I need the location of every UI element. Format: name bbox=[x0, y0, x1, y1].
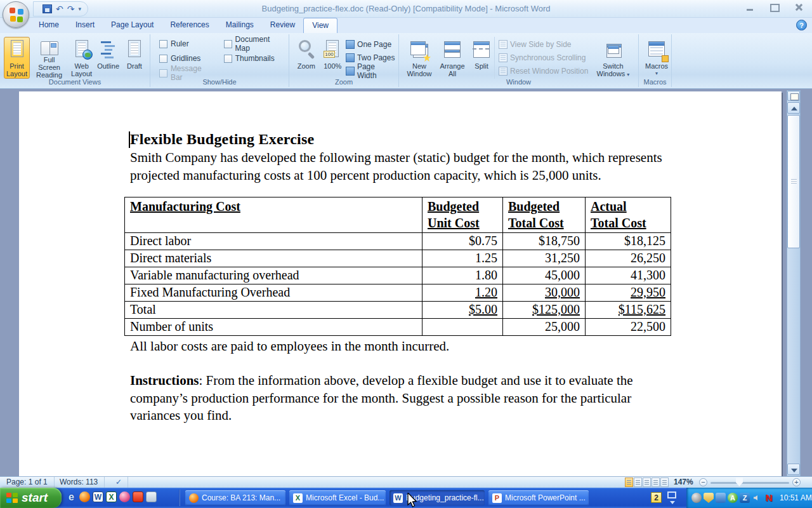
sync-scrolling-icon bbox=[499, 53, 508, 62]
undo-icon[interactable]: ↶ bbox=[56, 4, 63, 13]
excel-icon[interactable]: X bbox=[106, 491, 117, 502]
ruler-checkbox[interactable]: Ruler bbox=[159, 37, 215, 50]
table-row: Number of units 25,000 22,500 bbox=[125, 319, 671, 336]
group-label-macros: Macros bbox=[639, 78, 671, 86]
document-map-checkbox[interactable]: Document Map bbox=[224, 37, 286, 50]
clock[interactable]: 10:51 AM bbox=[780, 493, 812, 502]
document-area: Flexible Budgeting Exercise Smith Compan… bbox=[0, 89, 812, 476]
passwords-icon[interactable] bbox=[119, 491, 130, 502]
help-icon[interactable]: ? bbox=[796, 20, 807, 30]
scroll-down-icon[interactable] bbox=[787, 464, 800, 475]
arrange-all-button[interactable]: Arrange All bbox=[436, 37, 469, 79]
office-button[interactable] bbox=[3, 1, 29, 28]
restore-button[interactable] bbox=[768, 3, 782, 13]
tab-references[interactable]: References bbox=[162, 18, 217, 33]
redo-icon[interactable]: ↷ bbox=[67, 4, 75, 13]
tray-utility-icon[interactable] bbox=[716, 493, 726, 503]
zoom-button[interactable]: Zoom bbox=[293, 37, 320, 78]
quick-access-toolbar: ↶ ↷ ▾ bbox=[33, 1, 88, 17]
full-screen-reading-button[interactable]: Full Screen Reading bbox=[30, 37, 69, 79]
tray-novell-icon[interactable]: N bbox=[764, 493, 774, 503]
split-button[interactable]: Split bbox=[469, 37, 494, 79]
start-button[interactable]: start bbox=[0, 488, 62, 508]
proofing-icon[interactable]: ✓ bbox=[109, 477, 128, 488]
tray-update-icon[interactable] bbox=[691, 493, 702, 503]
task-powerpoint[interactable]: P Microsoft PowerPoint ... bbox=[488, 490, 589, 505]
minimize-button[interactable] bbox=[743, 3, 757, 13]
zoom-100-button[interactable]: 100 100% bbox=[320, 37, 346, 78]
reset-position-icon bbox=[499, 67, 508, 76]
page-width-button[interactable]: Page Width bbox=[346, 65, 396, 77]
task-word-budgeting-active[interactable]: W Budgeting_practice-fl... bbox=[390, 490, 485, 505]
split-icon bbox=[471, 39, 492, 60]
vertical-scrollbar[interactable] bbox=[787, 90, 801, 476]
office-logo-icon bbox=[10, 8, 23, 22]
taskbar-divider bbox=[179, 490, 180, 506]
tab-review[interactable]: Review bbox=[262, 18, 303, 33]
group-label-window: Window bbox=[399, 78, 638, 86]
tab-insert[interactable]: Insert bbox=[67, 18, 103, 33]
thumbnails-checkbox[interactable]: Thumbnails bbox=[224, 52, 286, 65]
messenger-icon[interactable] bbox=[146, 491, 157, 502]
dropdown-icon: ▾ bbox=[627, 72, 629, 77]
scroll-up-icon[interactable] bbox=[787, 102, 800, 114]
mouse-cursor bbox=[406, 493, 419, 508]
restore-window-icon[interactable] bbox=[667, 491, 676, 498]
new-window-button[interactable]: New Window bbox=[403, 37, 436, 79]
word-count[interactable]: Words: 113 bbox=[53, 477, 105, 488]
text-caret bbox=[129, 131, 130, 148]
ruler-toggle-icon[interactable] bbox=[787, 91, 800, 101]
close-button[interactable] bbox=[792, 3, 806, 13]
print-layout-view-icon[interactable] bbox=[625, 478, 633, 487]
document-intro: Smith Company has developed the followin… bbox=[124, 149, 670, 184]
print-layout-button[interactable]: Print Layout bbox=[4, 37, 30, 79]
ribbon-tab-row: Home Insert Page Layout References Maili… bbox=[0, 18, 812, 33]
page-indicator[interactable]: Page: 1 of 1 bbox=[0, 477, 55, 488]
web-layout-button[interactable]: Web Layout bbox=[69, 37, 95, 79]
full-screen-view-icon[interactable] bbox=[634, 478, 642, 487]
word-icon[interactable]: W bbox=[93, 491, 103, 502]
gridlines-checkbox[interactable]: Gridlines bbox=[159, 52, 215, 65]
header-manufacturing-cost: Manufacturing Cost bbox=[125, 197, 422, 233]
firefox-icon[interactable] bbox=[79, 491, 90, 502]
web-layout-view-icon[interactable] bbox=[643, 478, 651, 487]
outline-view-icon[interactable] bbox=[652, 478, 660, 487]
draft-view-icon[interactable] bbox=[660, 478, 669, 487]
tray-shield-icon[interactable] bbox=[704, 493, 714, 503]
media-player-icon[interactable] bbox=[133, 491, 143, 502]
view-side-by-side-button: View Side by Side bbox=[499, 38, 588, 51]
volume-icon[interactable] bbox=[752, 493, 762, 503]
macros-button[interactable]: Macros ▾ bbox=[643, 37, 671, 77]
scrollbar-thumb[interactable] bbox=[787, 115, 800, 248]
task-firefox-course[interactable]: Course: BA 213: Man... bbox=[185, 490, 285, 505]
tab-view[interactable]: View bbox=[303, 18, 337, 33]
internet-explorer-icon[interactable]: e bbox=[66, 491, 77, 502]
zoom-level[interactable]: 147% bbox=[674, 477, 693, 488]
zoom-slider-thumb[interactable] bbox=[736, 478, 743, 486]
tray-zonealarm-icon[interactable]: Z bbox=[740, 493, 750, 503]
tab-home[interactable]: Home bbox=[30, 18, 67, 33]
excel-icon: X bbox=[293, 493, 303, 503]
tab-mailings[interactable]: Mailings bbox=[218, 18, 262, 33]
firefox-icon bbox=[189, 493, 199, 503]
qat-customize-icon[interactable]: ▾ bbox=[78, 6, 81, 12]
zoom-slider[interactable]: − + bbox=[699, 478, 801, 488]
table-row: Direct labor $0.75 $18,750 $18,125 bbox=[125, 233, 671, 250]
outline-button[interactable]: Outline bbox=[95, 37, 122, 79]
zoom-in-icon[interactable]: + bbox=[792, 478, 801, 486]
document-page[interactable]: Flexible Budgeting Exercise Smith Compan… bbox=[19, 91, 782, 476]
draft-button[interactable]: Draft bbox=[122, 37, 147, 79]
zoom-slider-track[interactable] bbox=[710, 482, 789, 484]
hide-icons-chevron[interactable] bbox=[670, 501, 675, 504]
switch-windows-button[interactable]: Switch Windows ▾ bbox=[591, 37, 635, 79]
one-page-button[interactable]: One Page bbox=[346, 38, 396, 51]
group-label-show-hide: Show/Hide bbox=[150, 78, 289, 86]
save-icon[interactable] bbox=[43, 4, 52, 13]
table-header-row: Manufacturing Cost BudgetedUnit Cost Bud… bbox=[125, 197, 671, 233]
task-excel-budget[interactable]: X Microsoft Excel - Bud... bbox=[289, 490, 386, 505]
tray-antivirus-icon[interactable]: A bbox=[728, 493, 738, 503]
group-show-hide: Ruler Gridlines Message Bar Document Map bbox=[150, 34, 289, 87]
update-badge-icon[interactable]: 2 bbox=[651, 492, 662, 503]
zoom-out-icon[interactable]: − bbox=[699, 478, 707, 486]
tab-page-layout[interactable]: Page Layout bbox=[103, 18, 162, 33]
